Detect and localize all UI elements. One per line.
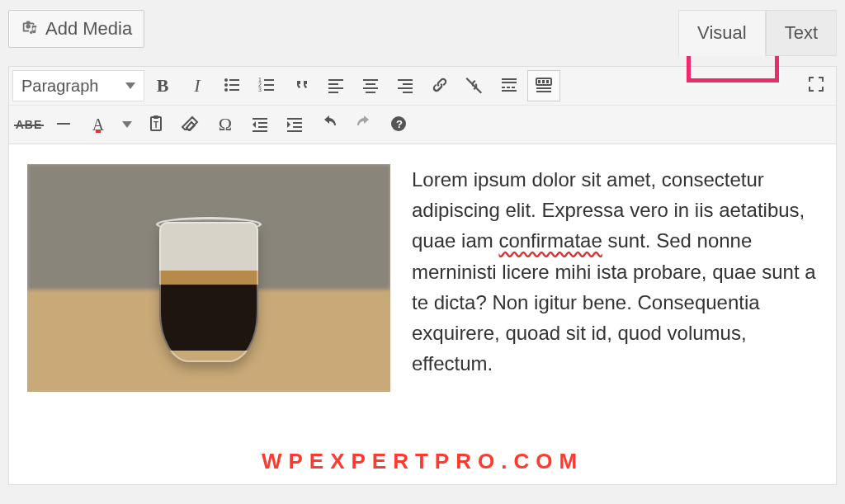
svg-point-1 (224, 83, 228, 87)
blockquote-button[interactable] (285, 70, 318, 101)
distraction-free-button[interactable] (800, 70, 833, 101)
svg-rect-28 (512, 87, 515, 88)
watermark-text: WPEXPERTPRO.COM (9, 449, 836, 474)
chevron-down-icon (125, 82, 135, 89)
link-icon (430, 75, 450, 97)
list-ol-icon: 123 (257, 75, 276, 97)
svg-rect-26 (502, 87, 505, 88)
list-ul-icon (222, 75, 242, 97)
image-coffee-glass (151, 222, 267, 370)
svg-rect-29 (502, 90, 517, 92)
svg-text:T: T (153, 120, 158, 130)
special-character-button[interactable]: Ω (209, 109, 242, 140)
svg-rect-41 (258, 122, 267, 124)
redo-icon (354, 114, 374, 136)
text-color-icon: A (92, 115, 104, 134)
tab-text-label: Text (785, 22, 818, 44)
svg-rect-9 (264, 79, 274, 81)
svg-rect-15 (328, 92, 338, 93)
paragraph-text[interactable]: Lorem ipsum dolor sit amet, consectetur … (412, 164, 818, 392)
format-select[interactable]: Paragraph (12, 70, 144, 101)
hr-icon (54, 114, 73, 136)
redo-button[interactable] (347, 109, 380, 140)
tab-text[interactable]: Text (766, 10, 837, 56)
chevron-down-icon (122, 121, 132, 128)
numbered-list-button[interactable]: 123 (250, 70, 283, 101)
content-row: Lorem ipsum dolor sit amet, consectetur … (27, 164, 818, 392)
svg-rect-46 (293, 126, 302, 128)
svg-rect-3 (229, 79, 239, 81)
svg-rect-44 (287, 118, 302, 120)
tab-visual-label: Visual (697, 22, 747, 44)
svg-rect-24 (502, 78, 517, 80)
editor-tabs: Visual Text (678, 10, 837, 56)
svg-rect-45 (293, 122, 302, 124)
insert-more-button[interactable] (493, 70, 526, 101)
format-select-label: Paragraph (21, 77, 98, 96)
svg-rect-31 (538, 80, 541, 83)
indent-icon (285, 114, 304, 136)
align-left-icon (326, 75, 346, 97)
add-media-button[interactable]: Add Media (8, 10, 144, 48)
read-more-icon (499, 75, 519, 97)
strikethrough-icon: ABE (16, 118, 43, 131)
add-media-label: Add Media (45, 18, 132, 40)
svg-rect-12 (328, 79, 343, 81)
text-color-picker-button[interactable] (116, 109, 138, 140)
horizontal-rule-button[interactable] (47, 109, 80, 140)
svg-rect-14 (328, 87, 343, 89)
bulleted-list-button[interactable] (215, 70, 248, 101)
editor-content-area[interactable]: Lorem ipsum dolor sit amet, consectetur … (8, 144, 837, 485)
svg-rect-22 (398, 87, 413, 89)
align-center-button[interactable] (354, 70, 387, 101)
svg-text:?: ? (396, 118, 403, 130)
clear-formatting-button[interactable] (174, 109, 207, 140)
eraser-icon (181, 114, 201, 136)
paste-text-button[interactable]: T (139, 109, 172, 140)
svg-rect-18 (363, 87, 378, 89)
svg-rect-32 (542, 80, 545, 83)
svg-rect-34 (536, 87, 551, 89)
editor-top-row: Add Media Visual Text (8, 10, 837, 61)
svg-rect-36 (57, 123, 70, 125)
clipboard-t-icon: T (146, 114, 166, 136)
svg-rect-21 (403, 83, 413, 85)
insert-link-button[interactable] (423, 70, 456, 101)
italic-button[interactable]: I (181, 70, 214, 101)
inserted-image[interactable] (27, 164, 390, 392)
bold-icon: B (157, 75, 169, 97)
svg-rect-16 (363, 79, 378, 81)
undo-icon (319, 114, 339, 136)
svg-point-0 (224, 78, 228, 82)
editor-toolbar: Paragraph B I 123 ABE A T (8, 66, 837, 144)
help-button[interactable]: ? (382, 109, 415, 140)
classic-editor: Add Media Visual Text Paragraph B I 123 (0, 0, 845, 504)
tab-visual[interactable]: Visual (678, 10, 766, 56)
bold-button[interactable]: B (146, 70, 179, 101)
align-right-icon (395, 75, 415, 97)
align-left-button[interactable] (319, 70, 352, 101)
svg-rect-11 (264, 89, 274, 91)
kitchen-sink-icon (534, 75, 554, 97)
omega-icon: Ω (219, 114, 232, 135)
svg-rect-17 (366, 83, 375, 85)
fullscreen-icon (806, 74, 826, 97)
svg-rect-23 (403, 92, 413, 93)
indent-button[interactable] (278, 109, 311, 140)
undo-button[interactable] (313, 109, 346, 140)
svg-rect-19 (366, 92, 375, 93)
strikethrough-button[interactable]: ABE (12, 109, 45, 140)
svg-rect-13 (328, 83, 338, 85)
align-right-button[interactable] (389, 70, 422, 101)
text-color-button[interactable]: A (82, 109, 115, 140)
remove-link-button[interactable] (458, 70, 491, 101)
svg-rect-33 (546, 80, 549, 83)
outdent-button[interactable] (243, 109, 276, 140)
toolbar-toggle-button[interactable] (527, 70, 560, 101)
svg-rect-38 (153, 115, 158, 119)
svg-rect-10 (264, 84, 274, 86)
svg-rect-20 (398, 79, 413, 81)
quote-icon (291, 75, 311, 97)
unlink-icon (465, 75, 484, 97)
svg-rect-5 (229, 89, 239, 91)
